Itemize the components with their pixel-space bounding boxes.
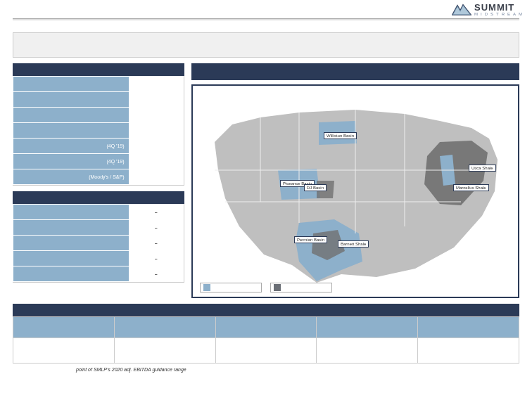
- row-value: –: [129, 251, 183, 266]
- row-label: [13, 220, 129, 236]
- cell: [215, 338, 317, 364]
- table-row: –: [13, 205, 184, 220]
- table-row: [13, 123, 184, 139]
- cell: [317, 338, 418, 364]
- overview-panel: (4Q '19) (4Q '19) (Moody's / S&P): [13, 63, 184, 186]
- row-label: [13, 123, 129, 139]
- col-header: [215, 317, 317, 338]
- col-header: [418, 317, 519, 338]
- table-row: [13, 317, 519, 338]
- footnote: point of SMLP's 2020 adj. EBITDA guidanc…: [76, 367, 186, 372]
- row-label: [13, 77, 129, 92]
- segment-table: [13, 304, 519, 364]
- legend-swatch-icon: [274, 284, 281, 291]
- row-value: –: [129, 236, 183, 251]
- row-value: –: [129, 266, 183, 282]
- row-label: (4Q '19): [13, 139, 129, 154]
- row-value: –: [129, 205, 183, 220]
- table-row: [13, 92, 184, 108]
- brand-subname: MIDSTREAM: [474, 12, 525, 16]
- brand-logo: SUMMIT MIDSTREAM: [452, 3, 525, 16]
- region-label-williston: Williston Basin: [324, 132, 357, 139]
- legend-item: [270, 283, 332, 292]
- header-rule: [13, 18, 519, 20]
- logo-mark-icon: [452, 4, 471, 16]
- region-label-utica: Utica Shale: [469, 165, 496, 172]
- row-value: [129, 169, 183, 185]
- segment-table-header: [13, 304, 519, 316]
- cell: [418, 338, 519, 364]
- cell: [13, 338, 115, 364]
- row-label: [13, 266, 129, 282]
- asset-map-header: [191, 63, 519, 80]
- row-value: –: [129, 220, 183, 236]
- row-label: [13, 236, 129, 251]
- row-value: [129, 77, 183, 92]
- row-value: [129, 123, 183, 139]
- row-value: [129, 139, 183, 154]
- region-label-barnett: Barnett Shale: [338, 240, 369, 248]
- table-row: –: [13, 251, 184, 266]
- region-label-dj: DJ Basin: [304, 184, 327, 191]
- page-title: [13, 33, 519, 44]
- row-label: (Moody's / S&P): [13, 169, 129, 185]
- table-row: [13, 108, 184, 123]
- row-value: [129, 92, 183, 108]
- asset-map-panel: Williston Basin Piceance Basin DJ Basin …: [191, 63, 519, 298]
- row-label: [13, 92, 129, 108]
- table-row: (Moody's / S&P): [13, 169, 184, 185]
- table-row: [13, 77, 184, 92]
- page-title-bar: [13, 32, 519, 58]
- region-label-permian: Permian Basin: [294, 236, 327, 243]
- table-row: –: [13, 220, 184, 236]
- map-legend: [200, 283, 332, 292]
- table-row: –: [13, 266, 184, 282]
- row-label: [13, 251, 129, 266]
- guidance-panel: – – – – –: [13, 191, 184, 283]
- guidance-panel-header: [13, 191, 184, 204]
- cell: [114, 338, 215, 364]
- legend-swatch-icon: [203, 284, 210, 291]
- row-label: [13, 205, 129, 220]
- col-header: [13, 317, 115, 338]
- brand-name: SUMMIT: [474, 3, 525, 12]
- overview-panel-header: [13, 63, 184, 76]
- row-value: [129, 154, 183, 169]
- table-row: (4Q '19): [13, 154, 184, 169]
- row-label: (4Q '19): [13, 154, 129, 169]
- row-label: [13, 108, 129, 123]
- row-value: [129, 108, 183, 123]
- region-label-marcellus: Marcellus Shale: [453, 184, 489, 191]
- table-row: [13, 338, 519, 364]
- col-header: [114, 317, 215, 338]
- us-map: Williston Basin Piceance Basin DJ Basin …: [191, 84, 519, 298]
- table-row: (4Q '19): [13, 139, 184, 154]
- table-row: –: [13, 236, 184, 251]
- col-header: [317, 317, 418, 338]
- legend-item: [200, 283, 262, 292]
